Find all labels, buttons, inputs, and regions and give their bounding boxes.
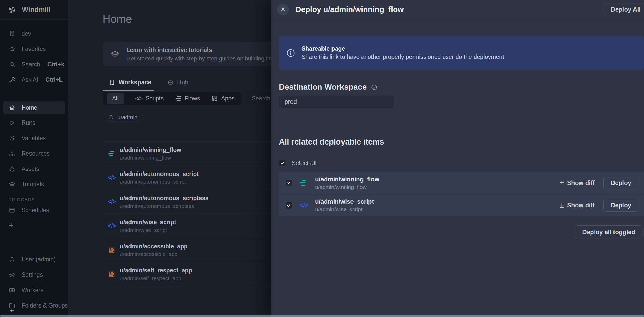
deployable-items-heading: All related deployable items <box>279 137 644 147</box>
item-path: u/admin/autonomous_script <box>120 179 199 185</box>
close-icon[interactable]: ✕ <box>277 4 289 15</box>
item-path: u/admin/winning_flow <box>120 155 181 161</box>
sidebar-item-home[interactable]: Home <box>3 101 65 114</box>
item-name: u/admin/autonomous_script <box>120 171 199 178</box>
deploy-item-path: u/admin/winning_flow <box>315 184 379 190</box>
script-code-icon: </> <box>108 198 115 205</box>
filter-label: Apps <box>221 95 234 102</box>
sidebar-item-assets[interactable]: Assets <box>0 163 68 175</box>
select-all-checkbox[interactable] <box>279 160 286 167</box>
deploy-button[interactable]: Deploy <box>603 177 638 189</box>
magic-wand-icon <box>9 76 15 83</box>
windmill-app: Windmill dev Favorites Search Ctrl+k Ask… <box>0 0 644 317</box>
info-icon <box>286 48 295 58</box>
app-grid-icon <box>108 271 115 278</box>
tab-workspace[interactable]: Workspace <box>109 79 152 86</box>
sidebar-item-schedules[interactable]: Schedules <box>0 204 68 216</box>
item-path: u/admin/autonomous_scriptsss <box>120 203 208 209</box>
filter-all[interactable]: All <box>107 93 124 104</box>
sidebar-item-label: Schedules <box>22 207 49 214</box>
code-icon: </> <box>135 95 142 101</box>
sidebar-item-label: Settings <box>22 271 43 278</box>
owner-filter-label: u/admin <box>117 114 137 121</box>
show-diff-button[interactable]: ± Show diff <box>558 201 596 210</box>
flow-icon <box>108 151 115 156</box>
item-checkbox[interactable] <box>285 202 292 209</box>
info-icon[interactable] <box>371 84 377 90</box>
tab-label: Workspace <box>119 79 152 86</box>
sidebar-item-workspace-dev[interactable]: dev <box>0 28 68 39</box>
sidebar-item-favorites[interactable]: Favorites <box>0 43 68 55</box>
deploy-all-button[interactable]: Deploy All <box>604 3 644 16</box>
sidebar-item-workers[interactable]: Workers <box>0 284 68 296</box>
sidebar-item-resources[interactable]: Resources <box>0 148 68 159</box>
sidebar-item-label: Runs <box>22 119 35 126</box>
item-name: u/admin/self_respect_app <box>120 267 192 274</box>
flow-bars-icon <box>175 96 181 101</box>
diff-icon: ± <box>560 201 564 209</box>
owner-filter-chip[interactable]: u/admin <box>103 113 143 122</box>
tab-hub[interactable]: Hub <box>167 79 188 86</box>
item-path: u/admin/accessible_app <box>120 251 188 257</box>
triggers-section-label: TRIGGERS <box>9 197 35 202</box>
diff-icon: ± <box>560 179 564 187</box>
deploy-button[interactable]: Deploy <box>603 199 638 212</box>
sidebar-item-settings[interactable]: Settings <box>0 269 68 280</box>
filter-scripts[interactable]: </> Scripts <box>135 95 164 102</box>
filter-apps[interactable]: Apps <box>212 95 234 102</box>
deploy-drawer: ✕ Deploy u/admin/winning_flow Deploy All… <box>271 0 644 317</box>
sidebar-item-tutorials[interactable]: Tutorials <box>0 179 68 190</box>
sidebar-item-label: Home <box>22 104 37 111</box>
sidebar-item-label: User (admin) <box>22 256 56 263</box>
sidebar-item-runs[interactable]: Runs <box>0 117 68 128</box>
flow-icon <box>300 180 307 186</box>
sidebar-item-label: Resources <box>22 150 50 157</box>
tab-label: Hub <box>177 79 188 86</box>
active-tab-underline <box>103 90 154 91</box>
windmill-logo[interactable]: Windmill <box>0 0 68 20</box>
graduation-cap-icon <box>110 49 120 59</box>
sidebar-item-user[interactable]: User (admin) <box>0 254 68 265</box>
sidebar-item-label: Ask AI <box>22 76 38 83</box>
item-path: u/admin/self_respect_app <box>120 275 192 281</box>
search-icon <box>9 61 15 68</box>
destination-workspace-input[interactable] <box>279 95 394 108</box>
info-banner-subtitle: Share this link to have another properly… <box>301 54 504 60</box>
filter-flows[interactable]: Flows <box>175 95 200 102</box>
sidebar-collapse-button[interactable] <box>0 306 68 314</box>
select-all-label: Select all <box>291 159 316 167</box>
deployable-items-list: u/admin/winning_flow u/admin/winning_flo… <box>279 172 644 216</box>
sidebar-item-search[interactable]: Search Ctrl+k <box>0 59 68 70</box>
item-checkbox[interactable] <box>285 179 292 186</box>
filter-label: Flows <box>185 95 200 102</box>
drawer-body: Shareable page Share this link to have a… <box>271 36 644 239</box>
sidebar-add-trigger-button[interactable]: + <box>0 220 68 231</box>
star-icon <box>9 46 15 52</box>
sidebar-item-variables[interactable]: $ Variables <box>0 132 68 144</box>
workers-icon <box>9 287 15 293</box>
script-code-icon: </> <box>108 174 115 181</box>
layout-grid-icon <box>212 95 218 101</box>
deploy-row-winning-flow: u/admin/winning_flow u/admin/winning_flo… <box>279 172 644 194</box>
show-diff-button[interactable]: ± Show diff <box>558 179 596 187</box>
shareable-page-banner: Shareable page Share this link to have a… <box>279 36 644 70</box>
destination-workspace-label: Destination Workspace <box>279 83 367 92</box>
show-diff-label: Show diff <box>567 202 595 209</box>
item-path: u/admin/wise_script <box>120 227 176 233</box>
item-name: u/admin/winning_flow <box>120 147 181 154</box>
globe-icon <box>167 79 174 85</box>
select-all-row: Select all <box>279 159 644 167</box>
item-name: u/admin/accessible_app <box>120 243 188 250</box>
sidebar-item-ask-ai[interactable]: Ask AI Ctrl+L <box>0 74 68 85</box>
deploy-row-wise-script: </> u/admin/wise_script u/admin/wise_scr… <box>279 194 644 216</box>
deploy-all-toggled-button[interactable]: Deploy all toggled <box>575 225 642 239</box>
horizontal-scrollbar[interactable] <box>0 314 644 317</box>
show-diff-label: Show diff <box>567 179 595 187</box>
arrow-left-icon <box>9 307 15 314</box>
app-grid-icon <box>108 247 115 253</box>
calendar-icon <box>9 207 15 213</box>
scrollbar-thumb[interactable] <box>0 315 644 317</box>
user-icon <box>9 256 15 263</box>
plus-icon: + <box>9 221 14 230</box>
building-icon <box>9 30 15 37</box>
